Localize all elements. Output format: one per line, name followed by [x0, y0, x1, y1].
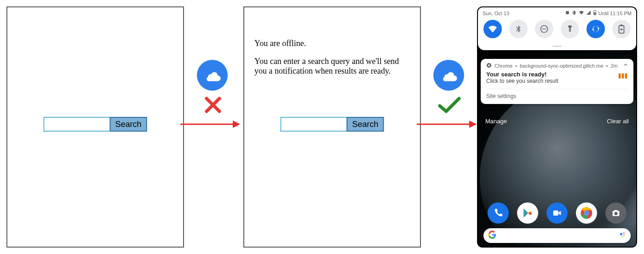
- notification-card[interactable]: Chrome • background-sync-optimized.glitc…: [481, 59, 633, 104]
- qs-flashlight[interactable]: [561, 20, 579, 38]
- google-g-icon: [488, 231, 496, 241]
- app-camera[interactable]: [605, 202, 627, 224]
- diagram-stage: Search You are offline. You can enter a …: [0, 0, 644, 254]
- app-chrome[interactable]: [576, 202, 597, 224]
- app-phone[interactable]: [488, 202, 509, 224]
- notification-app-large-icon: [618, 71, 628, 81]
- cross-icon: [201, 94, 225, 115]
- status-right-label: Until 11:15 PM: [598, 11, 632, 16]
- svg-rect-10: [621, 24, 622, 26]
- search-button[interactable]: Search: [346, 117, 384, 132]
- qs-bluetooth[interactable]: [509, 20, 528, 38]
- svg-rect-16: [553, 211, 558, 216]
- panel-initial: Search: [6, 6, 184, 248]
- status-date: Sun, Oct 13: [483, 11, 509, 16]
- check-icon: [437, 94, 462, 115]
- svg-rect-6: [594, 12, 596, 15]
- assistant-icon[interactable]: [619, 231, 626, 240]
- svg-point-20: [585, 211, 588, 215]
- arrow-icon: [417, 120, 477, 129]
- svg-point-23: [623, 232, 625, 234]
- vibrate-icon: [572, 10, 577, 16]
- status-bar: Sun, Oct 13: [478, 7, 636, 17]
- search-input[interactable]: [280, 117, 346, 132]
- qs-row: [478, 17, 636, 44]
- offline-heading: You are offline.: [254, 39, 410, 48]
- offline-body: You can enter a search query and we'll s…: [254, 57, 410, 76]
- cloud-icon: [197, 60, 228, 91]
- transition-offline: [190, 60, 236, 138]
- cell-signal-icon: [586, 10, 591, 16]
- home-search-pill[interactable]: [483, 228, 631, 243]
- svg-rect-14: [622, 74, 624, 79]
- svg-marker-1: [233, 121, 240, 128]
- svg-point-21: [614, 212, 617, 215]
- notif-title: Your search is ready!: [486, 71, 558, 78]
- svg-point-12: [488, 64, 490, 66]
- app-play[interactable]: [517, 202, 538, 224]
- alarm-icon: [565, 10, 570, 16]
- clear-all-button[interactable]: Clear all: [607, 118, 629, 125]
- notification-header: Chrome • background-sync-optimized.glitc…: [486, 63, 628, 69]
- arrow-icon: [180, 120, 240, 129]
- wifi-status-icon: [579, 10, 584, 16]
- notif-body: Click to see you search result: [486, 78, 558, 84]
- qs-autorotate[interactable]: [586, 20, 605, 38]
- svg-point-25: [622, 236, 623, 237]
- quick-settings-shade: Sun, Oct 13: [478, 7, 636, 50]
- app-duo[interactable]: [546, 202, 568, 224]
- phone-mockup: Sun, Oct 13: [477, 6, 637, 248]
- svg-point-22: [620, 233, 622, 235]
- offline-text-block: You are offline. You can enter a search …: [254, 39, 410, 84]
- dock: [478, 202, 636, 224]
- notif-age: 2m: [610, 63, 617, 69]
- cloud-icon: [433, 60, 464, 91]
- notif-source: background-sync-optimized.glitch.me: [520, 63, 604, 69]
- svg-rect-15: [625, 74, 627, 79]
- manage-button[interactable]: Manage: [485, 118, 507, 125]
- notif-sep: •: [606, 63, 608, 69]
- search-row: Search: [280, 117, 384, 132]
- qs-wifi[interactable]: [483, 20, 502, 38]
- qs-battery-saver[interactable]: [612, 20, 631, 38]
- panel-offline-message: You are offline. You can enter a search …: [243, 6, 421, 248]
- notif-app-label: Chrome: [494, 63, 512, 69]
- shade-controls: Manage Clear all: [478, 113, 636, 129]
- svg-marker-3: [469, 121, 477, 128]
- chrome-app-icon: [486, 63, 492, 69]
- svg-point-24: [623, 235, 625, 236]
- svg-rect-5: [594, 10, 595, 11]
- battery-icon: [593, 10, 597, 16]
- svg-rect-13: [619, 74, 621, 79]
- chevron-up-icon[interactable]: [623, 63, 628, 68]
- search-row: Search: [43, 117, 147, 132]
- qs-dnd[interactable]: [535, 20, 553, 38]
- shade-handle[interactable]: [478, 44, 636, 50]
- notif-site-settings[interactable]: Site settings: [486, 89, 628, 99]
- search-button[interactable]: Search: [109, 117, 147, 132]
- search-input[interactable]: [43, 117, 109, 132]
- transition-online: [426, 60, 472, 138]
- notif-sep: •: [515, 63, 517, 69]
